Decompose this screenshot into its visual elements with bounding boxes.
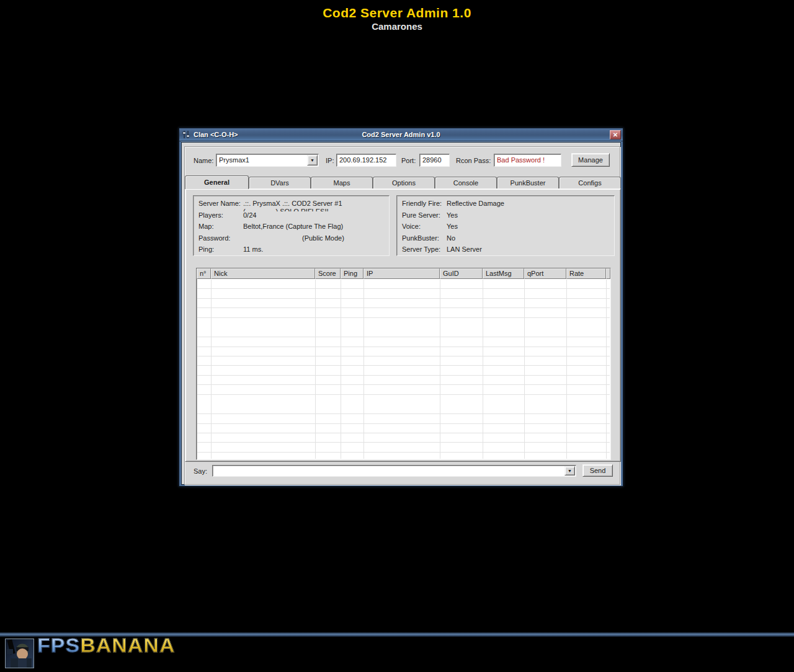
friendly-fire-row: Friendly Fire: Reflective Damage	[397, 200, 614, 211]
say-input-value	[213, 466, 576, 467]
pure-server-row: Pure Server: Yes	[397, 211, 614, 223]
page-background: { "page": { "title": "Cod2 Server Admin …	[0, 0, 794, 672]
window-titlebar[interactable]: Clan <C-O-H> Cod2 Server Admin v1.0 ✕	[179, 128, 623, 141]
voice-row: Voice: Yes	[397, 223, 614, 234]
grid-line	[341, 280, 341, 459]
tab-punkbuster[interactable]: PunkBuster	[497, 177, 559, 188]
server-name-info-value: .::. PrysmaX .::. COD2 Server #1	[243, 200, 389, 208]
server-name-info-label: Server Name:	[198, 200, 241, 208]
grid-line	[440, 280, 440, 459]
grid-line	[211, 280, 212, 459]
tab-dvars[interactable]: DVars	[249, 177, 311, 188]
column-header-nick[interactable]: Nick	[211, 268, 315, 279]
tab-general[interactable]: General	[185, 175, 249, 189]
tab-configs[interactable]: Configs	[559, 177, 621, 188]
public-mode-note: (Public Mode)	[302, 234, 344, 242]
voice-value: Yes	[447, 223, 614, 230]
tab-maps[interactable]: Maps	[311, 177, 373, 188]
player-list-inner: n°NickScorePingIPGuIDLastMsgqPortRate	[196, 268, 611, 460]
server-name-combobox[interactable]: Prysmax1 ▼	[216, 154, 319, 167]
column-header-ip[interactable]: IP	[364, 268, 440, 279]
logo-banana-text: BANANA	[80, 634, 175, 656]
column-header-ping[interactable]: Ping	[341, 268, 364, 279]
map-info-label: Map:	[198, 223, 213, 230]
sliders-icon	[182, 130, 191, 139]
ip-label: IP:	[326, 157, 334, 164]
column-header-lastmsg[interactable]: LastMsg	[483, 268, 524, 279]
player-list: n°NickScorePingIPGuIDLastMsgqPortRate	[196, 268, 611, 460]
server-name-combobox-value: Prysmax1	[216, 154, 318, 164]
players-info-label: Players:	[198, 211, 223, 219]
friendly-fire-label: Friendly Fire:	[402, 200, 442, 207]
main-frame: Name: Prysmax1 ▼ IP: 200.69.192.152 Port…	[184, 146, 620, 485]
pure-server-value: Yes	[447, 211, 614, 219]
page-subtitle: Camarones	[0, 21, 794, 32]
grid-line	[606, 280, 607, 459]
general-tab-page: Server Name: .::. PrysmaX .::. COD2 Serv…	[185, 188, 621, 462]
server-info-panel: Server Name: .::. PrysmaX .::. COD2 Serv…	[193, 195, 390, 256]
players-row: Players: 0/24	[194, 211, 389, 223]
rcon-pass-field[interactable]: Bad Password !	[494, 154, 561, 167]
player-table-header: n°NickScorePingIPGuIDLastMsgqPortRate	[197, 268, 610, 279]
window-title-center: Cod2 Server Admin v1.0	[179, 131, 623, 138]
punkbuster-label: PunkBuster:	[402, 234, 439, 242]
grid-line	[483, 280, 483, 459]
fpsbanana-logo: FPSBANANA	[37, 635, 175, 655]
server-type-label: Server Type:	[402, 245, 440, 253]
server-type-value: LAN Server	[447, 245, 614, 253]
ping-info-value: 11 ms.	[243, 245, 389, 253]
ping-info-label: Ping:	[198, 245, 214, 253]
port-field[interactable]: 28960	[419, 154, 450, 167]
punkbuster-value: No	[447, 234, 614, 242]
name-label: Name:	[194, 157, 213, 164]
send-button[interactable]: Send	[582, 464, 613, 477]
rcon-pass-field-value: Bad Password !	[494, 154, 561, 164]
port-label: Port:	[401, 157, 416, 164]
ip-field[interactable]: 200.69.192.152	[336, 154, 396, 167]
grid-line	[315, 280, 316, 459]
pure-server-label: Pure Server:	[402, 211, 440, 219]
column-header-guid[interactable]: GuID	[440, 268, 483, 279]
ping-row: Ping: 11 ms.	[194, 245, 389, 257]
tab-bar: GeneralDVarsMapsOptionsConsolePunkBuster…	[185, 175, 621, 188]
app-window: Clan <C-O-H> Cod2 Server Admin v1.0 ✕ Na…	[179, 128, 623, 487]
window-title-left: Clan <C-O-H>	[194, 131, 238, 138]
tab-options[interactable]: Options	[373, 177, 435, 188]
logo-fps-text: FPS	[37, 634, 80, 656]
manage-button[interactable]: Manage	[571, 153, 610, 167]
page-title: Cod2 Server Admin 1.0	[0, 6, 794, 20]
ip-field-value: 200.69.192.152	[337, 154, 396, 164]
player-table-body[interactable]	[197, 280, 610, 459]
grid-line	[524, 280, 525, 459]
map-row: Map: Beltot,France (Capture The Flag)	[194, 223, 389, 234]
say-input[interactable]: ▼	[212, 465, 576, 477]
password-row: Password: (Public Mode)	[194, 234, 389, 246]
say-chevron-down-icon[interactable]: ▼	[564, 466, 575, 475]
voice-label: Voice:	[402, 223, 421, 230]
password-info-label: Password:	[198, 234, 230, 242]
players-info-value: 0/24	[243, 211, 389, 219]
map-info-value: Beltot,France (Capture The Flag)	[243, 223, 389, 230]
column-header-score[interactable]: Score	[315, 268, 341, 279]
rcon-pass-label: Rcon Pass:	[456, 157, 491, 164]
column-header-rate[interactable]: Rate	[566, 268, 606, 279]
server-settings-panel: Friendly Fire: Reflective Damage Pure Se…	[396, 195, 615, 256]
say-label: Say:	[194, 467, 207, 475]
grid-line	[566, 280, 567, 459]
column-header-n[interactable]: n°	[197, 268, 211, 279]
chevron-down-icon[interactable]: ▼	[307, 155, 318, 166]
server-type-row: Server Type: LAN Server	[397, 245, 614, 257]
grid-line	[364, 280, 364, 459]
tab-console[interactable]: Console	[435, 177, 497, 188]
punkbuster-row: PunkBuster: No	[397, 234, 614, 246]
friendly-fire-value: Reflective Damage	[447, 200, 614, 207]
port-field-value: 28960	[420, 154, 449, 164]
soldier-avatar	[5, 639, 34, 668]
column-header-filler	[606, 268, 610, 279]
server-name-row: Server Name: .::. PrysmaX .::. COD2 Serv…	[194, 200, 389, 211]
column-header-qport[interactable]: qPort	[524, 268, 566, 279]
window-client-area: Name: Prysmax1 ▼ IP: 200.69.192.152 Port…	[181, 142, 621, 485]
close-icon[interactable]: ✕	[610, 130, 621, 139]
